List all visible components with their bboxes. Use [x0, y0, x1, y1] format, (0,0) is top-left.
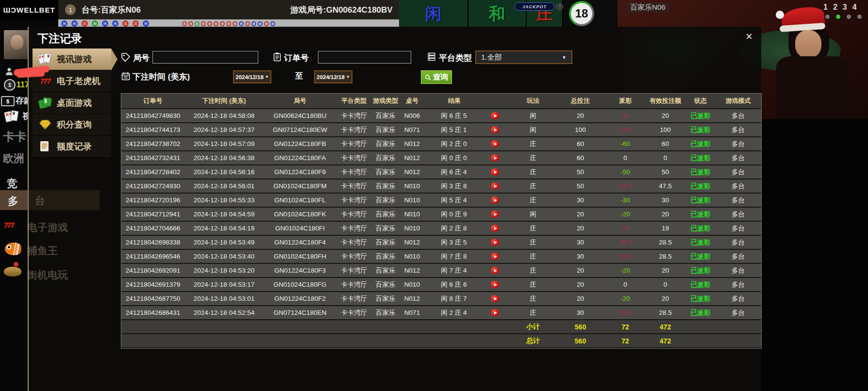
subtotal-row: 小计56072472 — [121, 320, 761, 334]
balance-icon: $ — [4, 79, 16, 91]
replay-icon[interactable] — [491, 239, 499, 246]
nav-duo-tab[interactable]: 多 — [8, 194, 18, 209]
slots-nav-icon[interactable]: 777 — [4, 221, 14, 229]
replay-icon[interactable] — [491, 267, 499, 274]
sidebar-item-quota-records[interactable]: 额度记录 — [33, 136, 111, 158]
result-score: 闲 6 庄 4 — [425, 168, 483, 177]
cell-valid-bet: 20 — [645, 264, 686, 277]
nav-jing-tab[interactable]: 竞 — [7, 177, 17, 191]
points-query-icon — [38, 118, 52, 131]
cell-table-no: N012 — [400, 151, 425, 164]
cell-round-no: GN01024C180FH — [264, 250, 336, 263]
date-from-picker[interactable]: 2024/12/18 ▼ — [233, 70, 271, 83]
camera-number[interactable]: 1 — [823, 3, 828, 12]
cell-result: 闲 2 庄 0 — [425, 137, 511, 150]
replay-icon[interactable] — [491, 211, 499, 218]
sidebar-item-label: 积分查询 — [57, 119, 92, 130]
replay-icon[interactable] — [491, 168, 499, 176]
date-range-to-label: 至 — [295, 71, 303, 81]
column-header: 游戏类型 — [371, 94, 400, 108]
cell-order-no: 241218042686431 — [121, 306, 184, 319]
nav-kaka-tab[interactable]: 卡卡 — [3, 129, 28, 145]
cell-total-bet: 50 — [555, 179, 606, 193]
fishing-nav-icon[interactable] — [5, 243, 21, 255]
cell-order-no: 241218042744173 — [121, 123, 184, 136]
cell-total-bet: 20 — [555, 222, 606, 235]
sidebar-item-slot-machines[interactable]: 777电子老虎机 — [33, 70, 111, 92]
replay-icon[interactable] — [491, 253, 499, 260]
replay-icon[interactable] — [491, 309, 499, 316]
sidebar-item-points-query[interactable]: 积分查询 — [33, 114, 111, 136]
replay-icon[interactable] — [491, 126, 499, 133]
cell-platform: 卡卡湾厅 — [336, 165, 371, 179]
cell-valid-bet: 50 — [645, 165, 686, 179]
replay-icon[interactable] — [491, 225, 499, 232]
big-road — [182, 21, 275, 26]
jackpot-help-icon[interactable]: ? — [556, 3, 563, 10]
cell-table-no: N012 — [400, 292, 425, 305]
replay-icon[interactable] — [491, 112, 499, 119]
cell-payout: 47.5 — [606, 179, 645, 193]
bead-marker: 闲 — [61, 20, 67, 27]
round-filter-input[interactable] — [152, 51, 258, 64]
countdown-seconds: 18 — [571, 3, 592, 24]
deposit-button[interactable]: 存款 — [16, 95, 28, 106]
cell-game-mode: 多台 — [715, 236, 761, 249]
sidebar-item-video-games[interactable]: K♥9视讯游戏 — [33, 49, 111, 70]
order-filter-input[interactable] — [318, 51, 411, 64]
column-header: 订单号 — [121, 94, 184, 108]
cell-valid-bet: 60 — [645, 137, 686, 150]
bead-road: 闲闲庄和闲闲庄庄闲 — [61, 20, 149, 27]
cell-table-no: N010 — [400, 250, 425, 263]
avatar[interactable] — [4, 30, 30, 59]
video-table-label: 百家乐N06 — [626, 2, 669, 13]
cell-result: 闲 7 庄 4 — [425, 264, 511, 277]
dealer-face — [795, 30, 821, 58]
cell-bet-time: 2024-12-18 04:55:33 — [184, 194, 264, 207]
date-from-value: 2024/12/18 — [235, 74, 264, 80]
cell-valid-bet: 28.5 — [645, 236, 686, 249]
replay-icon[interactable] — [491, 154, 499, 162]
road-ring-marker — [195, 21, 200, 26]
cell-order-no: 241218042732431 — [121, 151, 184, 164]
arcade-nav-icon[interactable] — [4, 267, 21, 277]
camera-number[interactable]: 2 — [833, 3, 837, 12]
grand-total-cell — [400, 334, 425, 347]
subtotal-cell: 72 — [606, 320, 645, 333]
replay-icon[interactable] — [491, 281, 499, 288]
cell-game-mode: 多台 — [715, 208, 761, 221]
background-fill — [761, 119, 868, 391]
grand-total-cell: 总计 — [511, 334, 555, 347]
cell-game-mode: 多台 — [715, 151, 761, 164]
replay-icon[interactable] — [491, 182, 499, 190]
video-games-icon: K♥ 9 — [5, 111, 21, 123]
subtotal-cell: 472 — [645, 320, 686, 333]
cell-bet-time: 2024-12-18 04:53:20 — [184, 264, 264, 277]
replay-icon[interactable] — [491, 196, 499, 204]
replay-icon[interactable] — [491, 295, 499, 302]
camera-number[interactable]: 4 — [852, 3, 857, 12]
platform-select[interactable]: 1.全部 ▼ — [475, 50, 572, 64]
bet-player-zone[interactable]: 闲 — [399, 0, 468, 28]
query-button[interactable]: 查询 — [421, 70, 452, 84]
cell-payout: 20 — [606, 109, 645, 122]
cell-table-no: N010 — [400, 278, 425, 291]
camera-number[interactable]: 3 — [843, 3, 847, 12]
cell-payout: 28.5 — [606, 236, 645, 249]
sidebar-item-table-games[interactable]: $桌面游戏 — [33, 92, 111, 114]
date-to-picker[interactable]: 2024/12/18 ▼ — [314, 70, 352, 83]
table-row: 2412180427201962024-12-18 04:55:33GN0102… — [121, 194, 761, 208]
search-icon — [425, 74, 431, 81]
cell-total-bet: 60 — [555, 137, 606, 150]
cell-bet-time: 2024-12-18 04:57:37 — [184, 123, 264, 136]
bead-marker: 闲 — [71, 20, 78, 27]
cell-total-bet: 30 — [555, 194, 606, 207]
nav-europe-tab[interactable]: 欧洲 — [3, 151, 28, 166]
close-icon[interactable]: × — [746, 31, 752, 42]
cell-status: 已派彩 — [686, 151, 715, 164]
replay-icon[interactable] — [491, 140, 499, 147]
cell-platform: 卡卡湾厅 — [336, 179, 371, 193]
cell-play-type: 庄 — [511, 264, 555, 277]
cell-valid-bet: 28.5 — [645, 250, 686, 263]
result-score: 闲 2 庄 8 — [425, 224, 483, 233]
